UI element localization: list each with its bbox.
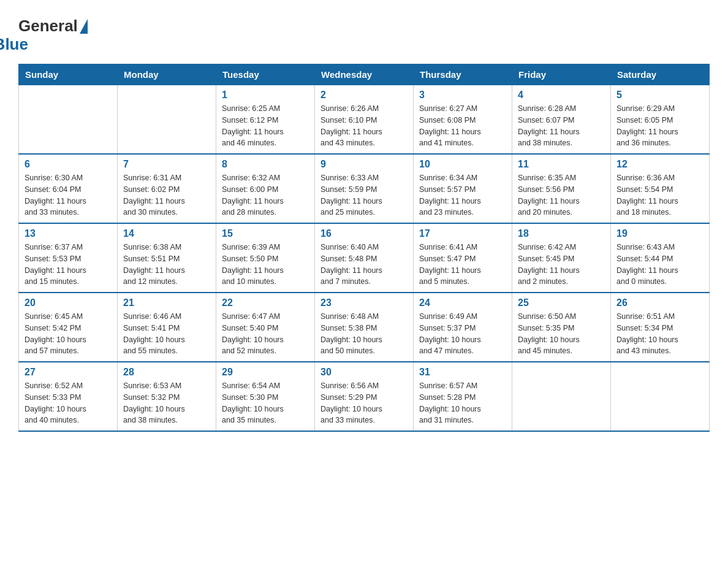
day-number: 6 — [25, 159, 112, 170]
calendar-cell: 31Sunrise: 6:57 AMSunset: 5:28 PMDayligh… — [414, 362, 512, 431]
calendar-cell: 12Sunrise: 6:36 AMSunset: 5:54 PMDayligh… — [611, 154, 710, 223]
calendar-week-row: 20Sunrise: 6:45 AMSunset: 5:42 PMDayligh… — [19, 293, 710, 362]
day-number: 18 — [518, 228, 605, 239]
logo: General Genera Blue — [18, 17, 88, 53]
day-number: 17 — [419, 228, 506, 239]
calendar-cell: 23Sunrise: 6:48 AMSunset: 5:38 PMDayligh… — [315, 293, 414, 362]
day-number: 23 — [320, 297, 408, 308]
calendar-week-row: 1Sunrise: 6:25 AMSunset: 6:12 PMDaylight… — [19, 85, 710, 155]
logo-blue-text: Blue — [0, 36, 28, 53]
calendar-cell: 27Sunrise: 6:52 AMSunset: 5:33 PMDayligh… — [19, 362, 118, 431]
calendar-cell: 21Sunrise: 6:46 AMSunset: 5:41 PMDayligh… — [118, 293, 216, 362]
calendar-table: SundayMondayTuesdayWednesdayThursdayFrid… — [18, 64, 710, 432]
day-info: Sunrise: 6:30 AMSunset: 6:04 PMDaylight:… — [25, 172, 112, 218]
day-number: 25 — [518, 297, 605, 308]
calendar-cell: 29Sunrise: 6:54 AMSunset: 5:30 PMDayligh… — [216, 362, 315, 431]
day-number: 13 — [25, 228, 112, 239]
day-number: 31 — [419, 367, 506, 378]
day-info: Sunrise: 6:37 AMSunset: 5:53 PMDaylight:… — [25, 242, 112, 288]
day-info: Sunrise: 6:29 AMSunset: 6:05 PMDaylight:… — [616, 103, 703, 149]
calendar-cell: 30Sunrise: 6:56 AMSunset: 5:29 PMDayligh… — [315, 362, 414, 431]
calendar-week-row: 27Sunrise: 6:52 AMSunset: 5:33 PMDayligh… — [19, 362, 710, 431]
day-number: 1 — [222, 90, 309, 101]
day-info: Sunrise: 6:43 AMSunset: 5:44 PMDaylight:… — [616, 242, 703, 288]
calendar-cell — [19, 85, 118, 155]
day-number: 12 — [616, 159, 703, 170]
logo-triangle-icon — [80, 19, 88, 34]
day-number: 27 — [25, 367, 112, 378]
weekday-header-tuesday: Tuesday — [216, 64, 315, 85]
day-info: Sunrise: 6:53 AMSunset: 5:32 PMDaylight:… — [123, 380, 210, 426]
day-info: Sunrise: 6:41 AMSunset: 5:47 PMDaylight:… — [419, 242, 506, 288]
day-number: 3 — [419, 90, 506, 101]
calendar-week-row: 6Sunrise: 6:30 AMSunset: 6:04 PMDaylight… — [19, 154, 710, 223]
day-number: 19 — [616, 228, 703, 239]
day-info: Sunrise: 6:27 AMSunset: 6:08 PMDaylight:… — [419, 103, 506, 149]
calendar-cell: 7Sunrise: 6:31 AMSunset: 6:02 PMDaylight… — [118, 154, 216, 223]
calendar-cell: 15Sunrise: 6:39 AMSunset: 5:50 PMDayligh… — [216, 223, 315, 293]
day-number: 15 — [222, 228, 309, 239]
day-number: 11 — [518, 159, 605, 170]
calendar-cell: 18Sunrise: 6:42 AMSunset: 5:45 PMDayligh… — [512, 223, 611, 293]
day-info: Sunrise: 6:57 AMSunset: 5:28 PMDaylight:… — [419, 380, 506, 426]
day-info: Sunrise: 6:52 AMSunset: 5:33 PMDaylight:… — [25, 380, 112, 426]
calendar-cell: 24Sunrise: 6:49 AMSunset: 5:37 PMDayligh… — [414, 293, 512, 362]
day-number: 24 — [419, 297, 506, 308]
page-header: General Genera Blue — [18, 12, 710, 53]
calendar-cell: 26Sunrise: 6:51 AMSunset: 5:34 PMDayligh… — [611, 293, 710, 362]
calendar-cell: 14Sunrise: 6:38 AMSunset: 5:51 PMDayligh… — [118, 223, 216, 293]
calendar-cell: 25Sunrise: 6:50 AMSunset: 5:35 PMDayligh… — [512, 293, 611, 362]
day-info: Sunrise: 6:38 AMSunset: 5:51 PMDaylight:… — [123, 242, 210, 288]
day-number: 4 — [518, 90, 605, 101]
weekday-header-saturday: Saturday — [611, 64, 710, 85]
day-info: Sunrise: 6:39 AMSunset: 5:50 PMDaylight:… — [222, 242, 309, 288]
calendar-cell: 19Sunrise: 6:43 AMSunset: 5:44 PMDayligh… — [611, 223, 710, 293]
calendar-header-row: SundayMondayTuesdayWednesdayThursdayFrid… — [19, 64, 710, 85]
calendar-cell: 17Sunrise: 6:41 AMSunset: 5:47 PMDayligh… — [414, 223, 512, 293]
calendar-cell: 11Sunrise: 6:35 AMSunset: 5:56 PMDayligh… — [512, 154, 611, 223]
weekday-header-sunday: Sunday — [19, 64, 118, 85]
day-info: Sunrise: 6:54 AMSunset: 5:30 PMDaylight:… — [222, 380, 309, 426]
day-number: 2 — [320, 90, 408, 101]
day-number: 10 — [419, 159, 506, 170]
day-info: Sunrise: 6:56 AMSunset: 5:29 PMDaylight:… — [320, 380, 408, 426]
calendar-cell: 10Sunrise: 6:34 AMSunset: 5:57 PMDayligh… — [414, 154, 512, 223]
calendar-cell: 1Sunrise: 6:25 AMSunset: 6:12 PMDaylight… — [216, 85, 315, 155]
day-info: Sunrise: 6:28 AMSunset: 6:07 PMDaylight:… — [518, 103, 605, 149]
calendar-cell: 20Sunrise: 6:45 AMSunset: 5:42 PMDayligh… — [19, 293, 118, 362]
calendar-cell: 16Sunrise: 6:40 AMSunset: 5:48 PMDayligh… — [315, 223, 414, 293]
logo-general-text: General — [18, 17, 78, 35]
day-number: 28 — [123, 367, 210, 378]
day-number: 30 — [320, 367, 408, 378]
calendar-cell — [118, 85, 216, 155]
day-info: Sunrise: 6:42 AMSunset: 5:45 PMDaylight:… — [518, 242, 605, 288]
weekday-header-thursday: Thursday — [414, 64, 512, 85]
day-number: 29 — [222, 367, 309, 378]
day-number: 7 — [123, 159, 210, 170]
day-number: 5 — [616, 90, 703, 101]
day-info: Sunrise: 6:31 AMSunset: 6:02 PMDaylight:… — [123, 172, 210, 218]
day-number: 26 — [616, 297, 703, 308]
day-number: 20 — [25, 297, 112, 308]
day-info: Sunrise: 6:34 AMSunset: 5:57 PMDaylight:… — [419, 172, 506, 218]
calendar-cell — [611, 362, 710, 431]
day-info: Sunrise: 6:36 AMSunset: 5:54 PMDaylight:… — [616, 172, 703, 218]
day-info: Sunrise: 6:35 AMSunset: 5:56 PMDaylight:… — [518, 172, 605, 218]
calendar-cell — [512, 362, 611, 431]
day-info: Sunrise: 6:45 AMSunset: 5:42 PMDaylight:… — [25, 311, 112, 357]
calendar-cell: 22Sunrise: 6:47 AMSunset: 5:40 PMDayligh… — [216, 293, 315, 362]
calendar-cell: 3Sunrise: 6:27 AMSunset: 6:08 PMDaylight… — [414, 85, 512, 155]
day-info: Sunrise: 6:49 AMSunset: 5:37 PMDaylight:… — [419, 311, 506, 357]
day-info: Sunrise: 6:48 AMSunset: 5:38 PMDaylight:… — [320, 311, 408, 357]
calendar-cell: 4Sunrise: 6:28 AMSunset: 6:07 PMDaylight… — [512, 85, 611, 155]
day-number: 8 — [222, 159, 309, 170]
day-number: 22 — [222, 297, 309, 308]
calendar-cell: 8Sunrise: 6:32 AMSunset: 6:00 PMDaylight… — [216, 154, 315, 223]
day-number: 14 — [123, 228, 210, 239]
calendar-week-row: 13Sunrise: 6:37 AMSunset: 5:53 PMDayligh… — [19, 223, 710, 293]
day-info: Sunrise: 6:50 AMSunset: 5:35 PMDaylight:… — [518, 311, 605, 357]
calendar-cell: 9Sunrise: 6:33 AMSunset: 5:59 PMDaylight… — [315, 154, 414, 223]
day-info: Sunrise: 6:26 AMSunset: 6:10 PMDaylight:… — [320, 103, 408, 149]
weekday-header-monday: Monday — [118, 64, 216, 85]
day-info: Sunrise: 6:47 AMSunset: 5:40 PMDaylight:… — [222, 311, 309, 357]
